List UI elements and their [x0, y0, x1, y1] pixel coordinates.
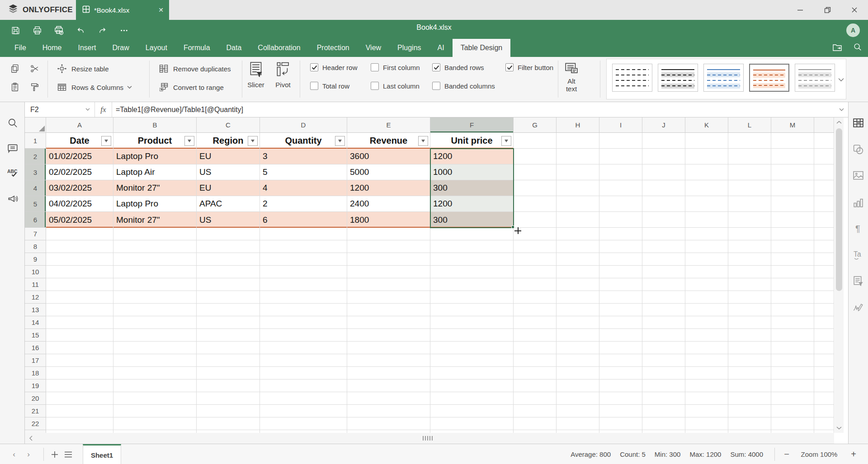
cell-J4[interactable] [642, 180, 685, 196]
cell-E20[interactable] [347, 392, 430, 405]
cell-M4[interactable] [771, 180, 814, 196]
cell-K15[interactable] [685, 329, 728, 342]
cell-J11[interactable] [642, 278, 685, 291]
cell-C6[interactable]: US [197, 212, 260, 228]
cell-K8[interactable] [685, 240, 728, 253]
cell-G16[interactable] [514, 342, 557, 354]
cell-D14[interactable] [260, 316, 347, 329]
table-style-blue[interactable] [703, 64, 744, 92]
cut-icon[interactable] [29, 63, 41, 75]
cell-I8[interactable] [599, 240, 642, 253]
format-painter-icon[interactable] [29, 81, 41, 93]
cell-G2[interactable] [514, 149, 557, 164]
cell-H12[interactable] [557, 291, 599, 304]
cell-C12[interactable] [197, 291, 260, 304]
cell-A19[interactable] [46, 380, 113, 392]
row-header-19[interactable]: 19 [25, 380, 46, 392]
vertical-scroll-thumb[interactable] [836, 128, 842, 291]
cell-M19[interactable] [771, 380, 814, 392]
row-header-2[interactable]: 2 [25, 149, 46, 164]
column-header-L[interactable]: L [728, 117, 771, 133]
cell-A20[interactable] [46, 392, 113, 405]
cell-G19[interactable] [514, 380, 557, 392]
cell-G5[interactable] [514, 196, 557, 212]
vertical-scrollbar[interactable] [835, 117, 844, 433]
cell-L11[interactable] [728, 278, 771, 291]
cell-M11[interactable] [771, 278, 814, 291]
cell-H1[interactable] [557, 133, 599, 149]
cell-H21[interactable] [557, 405, 599, 417]
cell-F17[interactable] [430, 354, 514, 367]
row-header-16[interactable]: 16 [25, 342, 46, 354]
cell-K20[interactable] [685, 392, 728, 405]
cell-H22[interactable] [557, 417, 599, 430]
checkbox-last-column[interactable]: Last column [371, 82, 420, 90]
cell-N21[interactable] [814, 405, 834, 417]
cell-A10[interactable] [46, 266, 113, 278]
zoom-in-button[interactable]: + [847, 444, 860, 464]
cell-A6[interactable]: 05/02/2025 [46, 212, 113, 228]
row-header-8[interactable]: 8 [25, 240, 46, 253]
formula-input[interactable]: =Table1[@Revenue]/Table1[@Quantity] [112, 102, 835, 117]
checkbox-banded-rows[interactable]: Banded rows [432, 63, 484, 71]
cell-L6[interactable] [728, 212, 771, 228]
comments-icon[interactable] [0, 141, 25, 156]
cell-A5[interactable]: 04/02/2025 [46, 196, 113, 212]
cell-J3[interactable] [642, 164, 685, 180]
redo-button[interactable] [91, 23, 113, 37]
cell-L8[interactable] [728, 240, 771, 253]
cell-L18[interactable] [728, 367, 771, 380]
cell-J16[interactable] [642, 342, 685, 354]
pivot-button[interactable]: Pivot [270, 61, 296, 89]
restore-button[interactable] [814, 0, 841, 20]
cell-H7[interactable] [557, 228, 599, 240]
cell-D12[interactable] [260, 291, 347, 304]
cell-E11[interactable] [347, 278, 430, 291]
cell-E2[interactable]: 3600 [347, 149, 430, 164]
cell-G13[interactable] [514, 304, 557, 316]
column-header-B[interactable]: B [113, 117, 197, 133]
cell-A21[interactable] [46, 405, 113, 417]
image-settings-icon[interactable] [849, 168, 868, 183]
cell-D4[interactable]: 4 [260, 180, 347, 196]
cell-B4[interactable]: Monitor 27" [113, 180, 197, 196]
cell-C5[interactable]: APAC [197, 196, 260, 212]
cell-M12[interactable] [771, 291, 814, 304]
cell-I16[interactable] [599, 342, 642, 354]
menu-item-home[interactable]: Home [34, 39, 70, 57]
cell-I2[interactable] [599, 149, 642, 164]
cell-I10[interactable] [599, 266, 642, 278]
cell-D10[interactable] [260, 266, 347, 278]
cell-M17[interactable] [771, 354, 814, 367]
cell-L15[interactable] [728, 329, 771, 342]
cell-C10[interactable] [197, 266, 260, 278]
cell-J9[interactable] [642, 253, 685, 266]
row-header-3[interactable]: 3 [25, 164, 46, 180]
cell-I7[interactable] [599, 228, 642, 240]
select-all-corner[interactable] [25, 117, 46, 133]
cell-A4[interactable]: 03/02/2025 [46, 180, 113, 196]
cell-B17[interactable] [113, 354, 197, 367]
text-art-settings-icon[interactable]: Ta [849, 247, 868, 262]
checkbox-first-column[interactable]: First column [371, 63, 420, 71]
cell-J5[interactable] [642, 196, 685, 212]
cell-E14[interactable] [347, 316, 430, 329]
cell-H18[interactable] [557, 367, 599, 380]
cell-M9[interactable] [771, 253, 814, 266]
cell-N4[interactable] [814, 180, 834, 196]
cell-E21[interactable] [347, 405, 430, 417]
cell-G21[interactable] [514, 405, 557, 417]
quick-print-button[interactable] [48, 23, 70, 37]
cell-I20[interactable] [599, 392, 642, 405]
cell-F21[interactable] [430, 405, 514, 417]
cell-B13[interactable] [113, 304, 197, 316]
cell-K3[interactable] [685, 164, 728, 180]
cell-M20[interactable] [771, 392, 814, 405]
spreadsheet-grid[interactable]: ABCDEFGHIJKLM1DateProductRegionQuantityR… [25, 117, 834, 433]
cell-E1[interactable]: Revenue [347, 133, 430, 149]
cell-M16[interactable] [771, 342, 814, 354]
cell-E3[interactable]: 5000 [347, 164, 430, 180]
cell-H20[interactable] [557, 392, 599, 405]
cell-J2[interactable] [642, 149, 685, 164]
row-header-21[interactable]: 21 [25, 405, 46, 417]
